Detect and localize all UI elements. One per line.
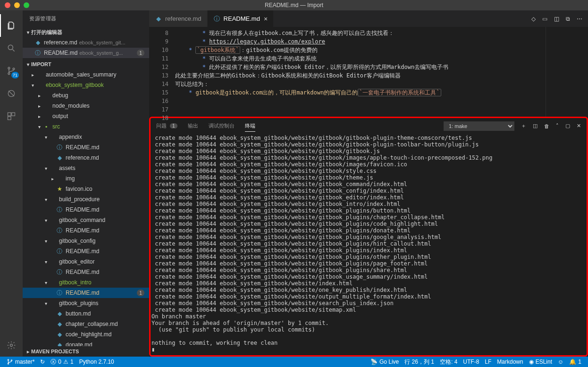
tree-item[interactable]: ▾ebook_system_gitbook bbox=[23, 80, 149, 90]
tree-item[interactable]: ⓘREADME.md bbox=[23, 205, 149, 215]
open-editor-item[interactable]: ⓘREADME.mdebook_system_g...1 bbox=[23, 48, 149, 58]
tree-item[interactable]: ▾gitbook_intro bbox=[23, 277, 149, 288]
new-terminal-icon[interactable]: ＋ bbox=[521, 122, 526, 129]
folder-icon: ▪ bbox=[42, 123, 50, 130]
tree-item[interactable]: ▾assets bbox=[23, 163, 149, 173]
info-file-icon: ⓘ bbox=[213, 15, 221, 23]
tree-item[interactable]: ▾appendix bbox=[23, 132, 149, 142]
tree-item[interactable]: ◆chapter_collapse.md bbox=[23, 319, 149, 329]
tree-item[interactable]: ▸img bbox=[23, 173, 149, 184]
svg-rect-6 bbox=[12, 113, 15, 116]
maven-header[interactable]: ▸ MAVEN PROJECTS bbox=[23, 346, 149, 357]
tree-item[interactable]: ▸automobile_sales_summary bbox=[23, 69, 149, 80]
editor-body: 89101112131415161718 * 现在已有很多人在gitbook.c… bbox=[149, 27, 588, 117]
code-line: * 此外还提供了相关的客户端Gitbook Editor，以所见即所得的方式用M… bbox=[175, 63, 546, 71]
status-indent[interactable]: 空格: 4 bbox=[437, 357, 460, 367]
info-file-icon: ⓘ bbox=[56, 248, 63, 255]
error-icon: ⓧ bbox=[50, 358, 56, 366]
tree-item[interactable]: ▾gitbook_command bbox=[23, 215, 149, 225]
status-branch[interactable]: master* bbox=[4, 357, 37, 367]
editor-tab[interactable]: ◆reference.md bbox=[149, 10, 208, 27]
open-editors-header[interactable]: ▾ 打开的编辑器 bbox=[23, 27, 149, 37]
editor-area: ◆reference.mdⓘREADME.md× ◇ ▭ ◫ ⧉ ⋯ 89101… bbox=[149, 10, 588, 357]
info-file-icon: ⓘ bbox=[56, 289, 63, 297]
code-line: * https://legacy.gitbook.com/explore bbox=[175, 37, 546, 46]
tree-item[interactable]: ⓘREADME.md bbox=[23, 142, 149, 153]
svg-point-1 bbox=[8, 67, 10, 69]
maximize-window-button[interactable] bbox=[24, 2, 29, 8]
terminal-select[interactable]: 1: make bbox=[444, 121, 514, 131]
activity-scm[interactable]: 71 bbox=[0, 60, 23, 82]
activity-extensions[interactable] bbox=[0, 105, 23, 128]
minimize-window-button[interactable] bbox=[14, 2, 20, 8]
tree-item[interactable]: ▾gitbook_config bbox=[23, 236, 149, 246]
activity-settings[interactable] bbox=[0, 334, 23, 357]
tree-item[interactable]: ▸debug bbox=[23, 90, 149, 101]
split-icon[interactable]: ◫ bbox=[554, 16, 559, 22]
status-cursor[interactable]: 行 26，列 1 bbox=[402, 357, 437, 367]
tree-item[interactable]: ◆code_highlight.md bbox=[23, 329, 149, 340]
chevron-icon: ▾ bbox=[42, 166, 49, 171]
panel-tab-terminal[interactable]: 终端 bbox=[245, 120, 255, 132]
tree-item[interactable]: ▾▪src bbox=[23, 121, 149, 132]
close-window-button[interactable] bbox=[5, 2, 10, 8]
chevron-icon: ▸ bbox=[36, 103, 42, 109]
code-content[interactable]: * 现在已有很多人在gitbook.com上写了书，感兴趣的可以自己去找找看： … bbox=[175, 27, 546, 117]
chevron-icon: ▾ bbox=[42, 280, 49, 285]
minimap[interactable] bbox=[546, 27, 588, 117]
kill-terminal-icon[interactable]: 🗑 bbox=[544, 123, 549, 129]
status-sync[interactable]: ↻ bbox=[37, 357, 48, 367]
layout-icon[interactable]: ⧉ bbox=[566, 16, 570, 22]
tree-item[interactable]: ▸node_modules bbox=[23, 101, 149, 111]
tree-item[interactable]: ◆reference.md bbox=[23, 153, 149, 163]
open-preview-icon[interactable]: ▭ bbox=[542, 16, 547, 22]
maximize-panel-icon[interactable]: ▢ bbox=[565, 123, 570, 129]
chevron-icon: ▾ bbox=[36, 124, 42, 129]
status-problems[interactable]: ⓧ0 ⚠1 bbox=[48, 357, 76, 367]
close-panel-icon[interactable]: ✕ bbox=[577, 123, 581, 129]
status-notifications[interactable]: 🔔 1 bbox=[566, 357, 584, 367]
open-editor-item[interactable]: ◆reference.mdebook_system_git... bbox=[23, 37, 149, 48]
bell-icon: 🔔 bbox=[569, 358, 576, 365]
close-tab-icon[interactable]: × bbox=[264, 15, 268, 23]
status-python[interactable]: Python 2.7.10 bbox=[76, 357, 117, 367]
tree-item[interactable]: ⓘREADME.md bbox=[23, 225, 149, 236]
svg-rect-7 bbox=[8, 117, 11, 120]
warning-icon: ⚠ bbox=[63, 358, 68, 365]
tree-item[interactable]: ⓘREADME.md bbox=[23, 246, 149, 256]
split-terminal-icon[interactable]: ◫ bbox=[533, 123, 538, 129]
more-icon[interactable]: ⋯ bbox=[577, 16, 582, 22]
activity-explorer[interactable] bbox=[0, 14, 23, 37]
status-feedback[interactable]: ☺ bbox=[555, 357, 566, 367]
activity-debug[interactable] bbox=[0, 82, 23, 105]
bottom-panel: 问题 1 输出 调试控制台 终端 1: make ＋ ◫ 🗑 ˄ ▢ ✕ bbox=[149, 117, 588, 357]
favicon-icon: ★ bbox=[56, 185, 63, 193]
tree-item[interactable]: ⓘREADME.md1 bbox=[23, 288, 149, 298]
diff-icon[interactable]: ◇ bbox=[531, 16, 536, 22]
line-gutter: 89101112131415161718 bbox=[149, 27, 175, 117]
terminal-output[interactable]: create mode 100644 ebook_system_gitbook/… bbox=[151, 134, 587, 355]
panel-tab-output[interactable]: 输出 bbox=[188, 120, 198, 131]
tree-item[interactable]: ▸output bbox=[23, 111, 149, 121]
titlebar: README.md — Import bbox=[0, 0, 588, 10]
tree-item[interactable]: ★favicon.ico bbox=[23, 184, 149, 194]
tree-item[interactable]: ◆button.md bbox=[23, 308, 149, 319]
editor-tab[interactable]: ⓘREADME.md× bbox=[208, 10, 274, 27]
tree-item[interactable]: ⓘREADME.md bbox=[23, 267, 149, 277]
markdown-file-icon: ◆ bbox=[34, 39, 42, 46]
tree-item[interactable]: ▾gitbook_plugins bbox=[23, 298, 149, 308]
status-golive[interactable]: 📡 Go Live bbox=[368, 357, 402, 367]
project-header[interactable]: ▾ IMPORT bbox=[23, 59, 149, 69]
status-language[interactable]: Markdown bbox=[494, 357, 526, 367]
activity-search[interactable] bbox=[0, 37, 23, 60]
tree-item[interactable]: ▾gitbook_editor bbox=[23, 256, 149, 267]
status-encoding[interactable]: UTF-8 bbox=[460, 357, 482, 367]
tree-item[interactable]: ◆donate.md bbox=[23, 340, 149, 346]
status-eslint[interactable]: ◉ ESLint bbox=[526, 357, 555, 367]
tree-item[interactable]: ▾build_procedure bbox=[23, 194, 149, 205]
panel-tab-debug-console[interactable]: 调试控制台 bbox=[209, 120, 235, 131]
chevron-icon: ▾ bbox=[42, 301, 49, 306]
status-eol[interactable]: LF bbox=[482, 357, 494, 367]
chevron-up-icon[interactable]: ˄ bbox=[556, 123, 559, 129]
bug-icon bbox=[7, 89, 16, 98]
